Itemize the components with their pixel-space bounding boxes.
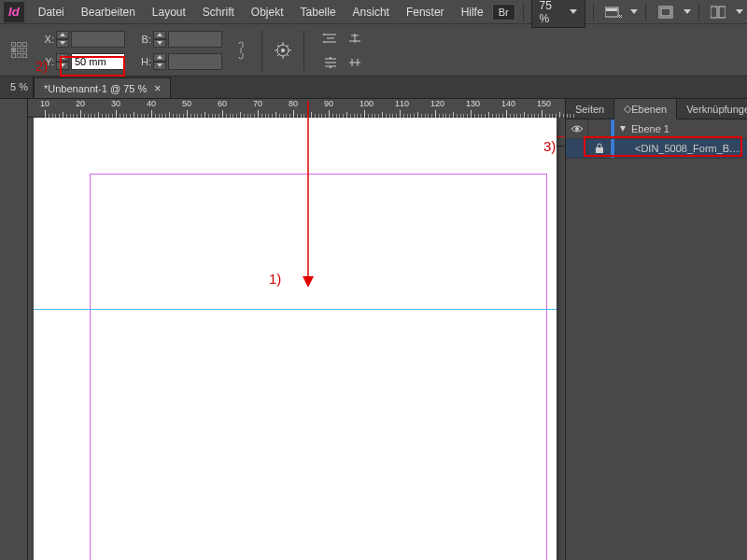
lock-toggle[interactable] <box>588 139 611 158</box>
constrain-proportions-button[interactable] <box>230 39 252 62</box>
disclosure-triangle[interactable] <box>618 125 627 133</box>
ruler-tick <box>222 110 223 118</box>
margin-guide <box>90 174 547 560</box>
document-tab-bar: 5 % *Unbenannt-1 @ 75 % × <box>0 77 747 99</box>
ruler-tick <box>364 110 365 118</box>
divider <box>593 3 594 21</box>
eye-icon <box>571 124 584 133</box>
ruler-tick <box>45 110 46 118</box>
ruler-tick <box>542 110 543 118</box>
layer-list: Ebene 1 <DIN_5008_Form_B.ai> <box>566 119 747 159</box>
app-icon: Id <box>4 2 24 22</box>
control-bar: X: Y: 50 mm B: H: <box>0 24 747 77</box>
ruler-minor-tick <box>573 114 574 118</box>
menu-bearbeiten[interactable]: Bearbeiten <box>73 6 144 19</box>
ruler-minor-tick <box>570 114 571 118</box>
ruler-tick <box>293 110 294 118</box>
align-button-3[interactable] <box>344 27 366 49</box>
vertical-ruler[interactable] <box>0 99 28 560</box>
chevron-down-icon <box>736 9 743 14</box>
work-area: Seiten ◇ Ebenen Verknüpfungen Ebene 1 <box>0 99 747 560</box>
layer-name[interactable]: Ebene 1 <box>627 123 747 134</box>
chevron-down-icon <box>684 9 691 14</box>
visibility-toggle[interactable] <box>566 139 588 158</box>
menu-objekt[interactable]: Objekt <box>243 6 292 19</box>
svg-point-8 <box>323 34 325 35</box>
align-button-2[interactable] <box>319 51 342 74</box>
menu-layout[interactable]: Layout <box>144 6 194 19</box>
x-spinner[interactable] <box>56 31 69 48</box>
page <box>34 118 557 560</box>
tab-ebenen[interactable]: ◇ Ebenen <box>614 99 677 119</box>
tab-verknuepfungen[interactable]: Verknüpfungen <box>677 99 747 119</box>
divider <box>698 3 699 21</box>
menu-ansicht[interactable]: Ansicht <box>345 6 398 19</box>
layer-item-name[interactable]: <DIN_5008_Form_B.ai> <box>631 143 747 154</box>
horizontal-guide[interactable] <box>34 309 557 310</box>
h-field[interactable] <box>168 53 222 70</box>
y-label: Y: <box>41 56 54 67</box>
document-canvas[interactable] <box>28 118 565 560</box>
w-spinner[interactable] <box>153 31 166 48</box>
canvas-area <box>0 99 565 560</box>
view-options-button[interactable] <box>601 2 625 22</box>
svg-point-10 <box>330 57 331 59</box>
y-spinner[interactable] <box>56 53 69 70</box>
menu-hilfe[interactable]: Hilfe <box>453 6 492 19</box>
menu-fenster[interactable]: Fenster <box>398 6 453 19</box>
w-field[interactable] <box>168 31 222 48</box>
separator <box>261 30 262 71</box>
panel-tab-bar: Seiten ◇ Ebenen Verknüpfungen <box>566 99 747 119</box>
ruler-tick <box>116 110 117 118</box>
zoom-level-value: 75 % <box>540 0 564 25</box>
layer-row-child[interactable]: <DIN_5008_Form_B.ai> <box>566 139 747 159</box>
ruler-tick <box>187 110 188 118</box>
arrange-documents-button[interactable] <box>707 2 730 22</box>
svg-rect-3 <box>661 8 670 16</box>
layers-panel: Seiten ◇ Ebenen Verknüpfungen Ebene 1 <box>565 99 747 560</box>
svg-rect-1 <box>606 8 617 11</box>
x-label: X: <box>41 34 54 45</box>
svg-rect-5 <box>719 7 726 18</box>
document-tab-title: *Unbenannt-1 @ 75 % <box>44 83 147 94</box>
ruler-tick <box>400 110 401 118</box>
tab-ebenen-label: Ebenen <box>631 104 667 115</box>
divider <box>645 3 646 21</box>
x-field[interactable] <box>71 31 125 48</box>
effects-button[interactable] <box>272 39 294 62</box>
ruler-tick <box>329 110 330 118</box>
layer-color-chip <box>611 139 614 158</box>
ruler-origin-corner: 5 % <box>6 76 34 98</box>
svg-rect-13 <box>596 147 603 153</box>
separator <box>303 30 304 71</box>
ruler-tick <box>506 110 507 118</box>
close-icon[interactable]: × <box>154 82 161 95</box>
menu-bar: Id Datei Bearbeiten Layout Schrift Objek… <box>0 0 747 24</box>
visibility-toggle[interactable] <box>566 119 588 138</box>
y-field[interactable]: 50 mm <box>71 53 125 70</box>
svg-point-12 <box>575 127 579 131</box>
ruler-tick <box>151 110 152 118</box>
h-label: H: <box>138 56 151 67</box>
screen-mode-button[interactable] <box>654 2 677 22</box>
divider <box>523 3 524 21</box>
align-button-1[interactable] <box>319 27 342 49</box>
reference-point-proxy[interactable] <box>7 38 32 63</box>
bridge-button[interactable]: Br <box>492 4 515 21</box>
lock-toggle[interactable] <box>588 119 611 138</box>
chevron-down-icon <box>570 9 577 14</box>
lock-icon <box>595 143 604 154</box>
horizontal-ruler[interactable] <box>28 99 565 118</box>
menu-schrift[interactable]: Schrift <box>194 6 243 19</box>
align-button-4[interactable] <box>344 51 366 74</box>
h-spinner[interactable] <box>153 53 166 70</box>
menu-tabelle[interactable]: Tabelle <box>292 6 345 19</box>
zoom-level-dropdown[interactable]: 75 % <box>531 0 585 28</box>
document-tab[interactable]: *Unbenannt-1 @ 75 % × <box>34 77 171 98</box>
w-label: B: <box>138 34 151 45</box>
chevron-down-icon <box>630 9 638 14</box>
svg-point-7 <box>281 49 285 52</box>
menu-datei[interactable]: Datei <box>30 6 73 19</box>
layer-row-parent[interactable]: Ebene 1 <box>566 119 747 139</box>
ruler-tick <box>471 110 472 118</box>
